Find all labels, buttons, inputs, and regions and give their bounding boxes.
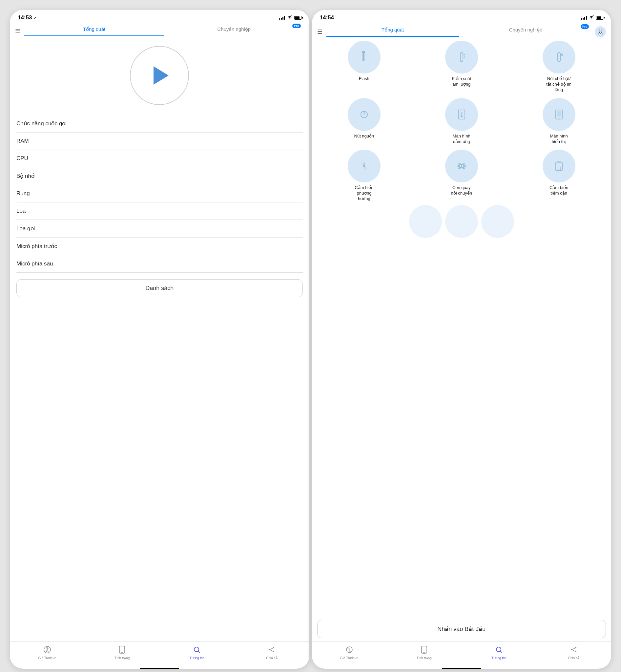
svg-point-24 <box>461 112 462 114</box>
play-icon <box>154 66 169 85</box>
feature-gyro[interactable]: Con quayhồi chuyển <box>414 150 508 202</box>
home-indicator-right <box>442 668 481 669</box>
tab-chuyen-nghiep-left[interactable]: Chuyên nghiệp Pro <box>164 26 304 36</box>
proximity-circle <box>543 150 575 183</box>
tab-tong-quat-right[interactable]: Tổng quát <box>326 27 459 37</box>
proximity-label: Cảm biếntiệm cận <box>549 185 568 196</box>
phone-icon-left <box>119 646 125 655</box>
touch-label: Màn hìnhcảm ứng <box>453 133 470 145</box>
svg-rect-18 <box>558 52 560 62</box>
avatar-icon: 🐰 <box>597 28 604 35</box>
flash-circle <box>348 41 380 74</box>
nav-gia-trade-in-right[interactable]: $ Giá Trade-in <box>312 644 387 661</box>
menu-item-rung[interactable]: Rung <box>16 185 303 202</box>
svg-point-16 <box>463 54 465 55</box>
signal-icon-right <box>581 16 587 20</box>
touch-circle <box>445 98 478 131</box>
feature-grid: Flash Kiểm soátâm lượng <box>317 41 606 205</box>
menu-item-ram[interactable]: RAM <box>16 132 303 150</box>
right-screen: 14:54 ☰ Tổn <box>312 10 612 669</box>
app-header-right: ☰ Tổng quát Chuyên nghiệp Pro 🐰 <box>312 24 612 37</box>
feature-volume[interactable]: Kiểm soátâm lượng <box>414 41 508 93</box>
bottom-nav-left: $ Giá Trade-in Tình trạng <box>10 641 309 666</box>
svg-rect-27 <box>557 111 561 117</box>
tab-tong-quat-left[interactable]: Tổng quát <box>24 26 164 36</box>
nav-label-tuong-tac-left: Tương tác <box>190 656 204 660</box>
gyro-circle <box>445 150 478 183</box>
time-right: 14:54 <box>320 14 334 21</box>
menu-list: Chức năng cuộc gọi RAM CPU Bộ nhớ Rung L… <box>16 115 303 273</box>
menu-item-micro-sau[interactable]: Micrô phía sau <box>16 255 303 273</box>
menu-item-loa-goi[interactable]: Loa gọi <box>16 220 303 238</box>
nav-tinh-trang-left[interactable]: Tình trạng <box>85 644 159 661</box>
display-label: Màn hìnhhiển thị <box>550 133 568 145</box>
partial-circle-1[interactable] <box>409 205 442 238</box>
status-bar-right: 14:54 <box>312 10 612 24</box>
wifi-icon <box>287 15 292 21</box>
menu-item-chuc-nang[interactable]: Chức năng cuộc gọi <box>16 115 303 132</box>
status-icons-right <box>581 15 603 21</box>
feature-touch[interactable]: Màn hìnhcảm ứng <box>414 98 508 145</box>
app-header-left: ☰ Tổng quát Chuyên nghiệp Pro <box>10 24 309 36</box>
nav-label-trade-in-left: Giá Trade-in <box>38 656 56 660</box>
battery-icon <box>294 16 301 20</box>
pro-badge-right: Pro <box>581 24 589 29</box>
partial-circle-3[interactable] <box>481 205 514 238</box>
compass-label: Cảm biếnphươnghướng <box>355 185 373 202</box>
partial-circle-2[interactable] <box>445 205 478 238</box>
menu-icon[interactable]: ☰ <box>15 28 20 35</box>
play-circle-container <box>16 36 303 115</box>
feature-mute[interactable]: Nút chế bật/tắt chế độ imlặng <box>512 41 606 93</box>
battery-icon-right <box>596 16 603 20</box>
menu-item-cpu[interactable]: CPU <box>16 150 303 167</box>
svg-point-46 <box>575 647 576 648</box>
svg-point-7 <box>273 647 274 648</box>
volume-circle <box>445 41 478 74</box>
feature-power[interactable]: Nút nguồn <box>317 98 411 145</box>
mute-label: Nút chế bật/tắt chế độ imlặng <box>546 76 572 93</box>
svg-line-20 <box>561 54 562 55</box>
home-indicator-left <box>140 668 179 669</box>
nav-tuong-tac-right[interactable]: Tương tác <box>462 644 536 661</box>
svg-line-44 <box>500 651 502 653</box>
power-circle <box>348 98 380 131</box>
nav-tuong-tac-left[interactable]: Tương tác <box>159 644 234 661</box>
svg-point-4 <box>194 647 199 651</box>
tab-chuyen-nghiep-right[interactable]: Chuyên nghiệp Pro <box>459 27 592 37</box>
feature-display[interactable]: Màn hìnhhiển thị <box>512 98 606 145</box>
grid-content-right: Flash Kiểm soátâm lượng <box>312 37 612 617</box>
display-circle <box>543 98 575 131</box>
menu-item-loa[interactable]: Loa <box>16 202 303 220</box>
nav-tinh-trang-right[interactable]: Tình trạng <box>387 644 462 661</box>
location-arrow-icon: ↗ <box>33 15 37 21</box>
danh-sach-button[interactable]: Danh sách <box>16 279 303 297</box>
nav-label-chia-se-right: Chia sẻ <box>568 656 579 660</box>
trade-in-icon: $ <box>43 646 51 655</box>
search-icon-right <box>495 646 503 655</box>
nav-chia-se-left[interactable]: Chia sẻ <box>234 644 309 661</box>
nav-chia-se-right[interactable]: Chia sẻ <box>536 644 611 661</box>
feature-compass[interactable]: Cảm biếnphươnghướng <box>317 150 411 202</box>
nav-label-tinh-trang-right: Tình trạng <box>417 656 432 660</box>
menu-icon-right[interactable]: ☰ <box>317 28 323 35</box>
nav-gia-trade-in-left[interactable]: $ Giá Trade-in <box>10 644 85 661</box>
svg-point-6 <box>269 649 270 650</box>
svg-point-47 <box>575 651 576 652</box>
gyro-label: Con quayhồi chuyển <box>451 185 472 196</box>
feature-flash[interactable]: Flash <box>317 41 411 93</box>
menu-item-bo-nho[interactable]: Bộ nhớ <box>16 167 303 185</box>
svg-point-45 <box>571 649 573 650</box>
phone-icon-right <box>421 646 427 655</box>
nav-label-tuong-tac-right: Tương tác <box>491 656 506 660</box>
svg-line-10 <box>270 650 273 651</box>
time-left: 14:53 <box>18 14 32 21</box>
feature-proximity[interactable]: Cảm biếntiệm cận <box>512 150 606 202</box>
svg-rect-13 <box>460 52 463 62</box>
screen-content-left: Chức năng cuộc gọi RAM CPU Bộ nhớ Rung L… <box>10 36 309 641</box>
menu-item-micro-truoc[interactable]: Micrô phía trước <box>16 238 303 255</box>
trade-in-icon-right: $ <box>345 646 353 655</box>
play-circle[interactable] <box>130 46 189 105</box>
avatar[interactable]: 🐰 <box>595 26 606 37</box>
start-button[interactable]: Nhấn vào Bắt đầu <box>317 620 606 638</box>
bottom-nav-right: $ Giá Trade-in Tình trạng <box>312 641 612 666</box>
